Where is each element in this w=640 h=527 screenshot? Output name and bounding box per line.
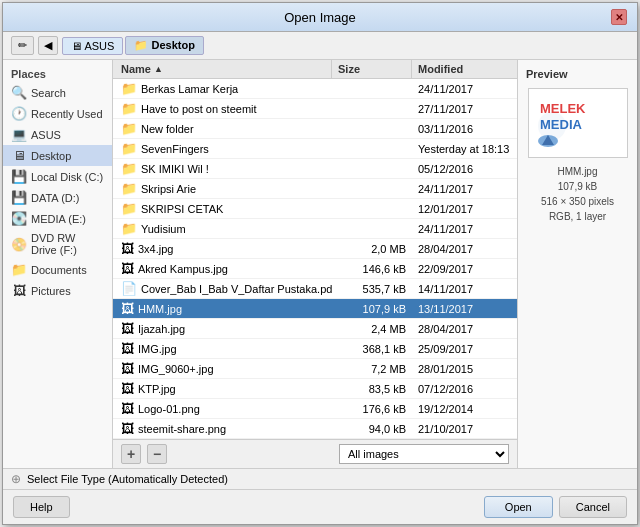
sidebar-item-label: Local Disk (C:) — [31, 171, 103, 183]
sidebar-item-documents[interactable]: 📁 Documents — [3, 259, 112, 280]
sort-arrow-icon: ▲ — [154, 64, 163, 74]
desktop-icon: 🖥 — [11, 148, 27, 163]
search-icon: 🔍 — [11, 85, 27, 100]
table-row[interactable]: 🖼3x4.jpg 2,0 MB 28/04/2017 — [113, 239, 517, 259]
sidebar-item-media-e[interactable]: 💽 MEDIA (E:) — [3, 208, 112, 229]
folder-icon: 📁 — [121, 181, 137, 196]
folder-icon: 📁 — [121, 201, 137, 216]
image-icon: 🖼 — [121, 241, 134, 256]
preview-svg: MELEK MEDIA — [530, 91, 626, 155]
preview-filename: HMM.jpg — [541, 164, 614, 179]
open-button[interactable]: Open — [484, 496, 553, 518]
nav-back-button[interactable]: ◀ — [38, 36, 58, 55]
pencil-button[interactable]: ✏ — [11, 36, 34, 55]
sidebar-item-label: ASUS — [31, 129, 61, 141]
sidebar-item-label: MEDIA (E:) — [31, 213, 86, 225]
breadcrumb: 🖥 ASUS 📁 Desktop — [62, 36, 629, 55]
close-button[interactable]: ✕ — [611, 9, 627, 25]
breadcrumb-desktop[interactable]: 📁 Desktop — [125, 36, 203, 55]
image-icon: 🖼 — [121, 381, 134, 396]
dvd-rw-icon: 📀 — [11, 237, 27, 252]
sidebar-item-dvd-rw-f[interactable]: 📀 DVD RW Drive (F:) — [3, 229, 112, 259]
table-row[interactable]: 🖼KTP.jpg 83,5 kB 07/12/2016 — [113, 379, 517, 399]
sidebar-item-search[interactable]: 🔍 Search — [3, 82, 112, 103]
help-button[interactable]: Help — [13, 496, 70, 518]
table-row[interactable]: 📁New folder 03/11/2016 — [113, 119, 517, 139]
main-content: Places 🔍 Search 🕐 Recently Used 💻 ASUS 🖥… — [3, 60, 637, 468]
preview-title: Preview — [526, 68, 568, 80]
preview-panel: Preview MELEK MEDIA — [517, 60, 637, 468]
column-header-size[interactable]: Size — [332, 60, 412, 78]
table-row[interactable]: 🖼Logo-01.png 176,6 kB 19/12/2014 — [113, 399, 517, 419]
table-row[interactable]: 📁Berkas Lamar Kerja 24/11/2017 — [113, 79, 517, 99]
table-row-selected[interactable]: 🖼HMM.jpg 107,9 kB 13/11/2017 — [113, 299, 517, 319]
sidebar-item-local-disk-c[interactable]: 💾 Local Disk (C:) — [3, 166, 112, 187]
breadcrumb-asus[interactable]: 🖥 ASUS — [62, 37, 123, 55]
folder-icon: 📁 — [121, 121, 137, 136]
preview-logo: MELEK MEDIA — [529, 89, 627, 157]
documents-icon: 📁 — [11, 262, 27, 277]
file-list-header: Name ▲ Size Modified — [113, 60, 517, 79]
folder-icon: 📁 — [121, 141, 137, 156]
table-row[interactable]: 📁Have to post on steemit 27/11/2017 — [113, 99, 517, 119]
add-button[interactable]: + — [121, 444, 141, 464]
image-icon: 🖼 — [121, 421, 134, 436]
svg-text:MELEK: MELEK — [540, 101, 586, 116]
table-row[interactable]: 🖼steemit-share.png 94,0 kB 21/10/2017 — [113, 419, 517, 439]
table-row[interactable]: 🖼IMG.jpg 368,1 kB 25/09/2017 — [113, 339, 517, 359]
table-row[interactable]: 📁SK IMIKI Wil ! 05/12/2016 — [113, 159, 517, 179]
file-list: Name ▲ Size Modified 📁Berkas Lamar Kerja… — [113, 60, 517, 439]
table-row[interactable]: 📄Cover_Bab I_Bab V_Daftar Pustaka.pdf 53… — [113, 279, 517, 299]
folder-icon: 📁 — [121, 81, 137, 96]
folder-icon: 📁 — [121, 221, 137, 236]
table-row[interactable]: 📁SevenFingers Yesterday at 18:13 — [113, 139, 517, 159]
sidebar-item-label: Desktop — [31, 150, 71, 162]
folder-icon: 📁 — [134, 39, 148, 51]
filetype-bar: ⊕ Select File Type (Automatically Detect… — [3, 468, 637, 489]
preview-filesize: 107,9 kB — [541, 179, 614, 194]
table-row[interactable]: 🖼IMG_9060+.jpg 7,2 MB 28/01/2015 — [113, 359, 517, 379]
bottom-bar: + − All images JPEG PNG GIF BMP TIFF All… — [113, 439, 517, 468]
sidebar-item-label: DVD RW Drive (F:) — [31, 232, 104, 256]
cancel-button[interactable]: Cancel — [559, 496, 627, 518]
folder-icon: 📁 — [121, 101, 137, 116]
local-disk-icon: 💾 — [11, 169, 27, 184]
file-panel: Name ▲ Size Modified 📁Berkas Lamar Kerja… — [113, 60, 517, 468]
sidebar-item-asus[interactable]: 💻 ASUS — [3, 124, 112, 145]
open-image-dialog: Open Image ✕ ✏ ◀ 🖥 ASUS 📁 Desktop Places… — [2, 2, 638, 525]
data-d-icon: 💾 — [11, 190, 27, 205]
svg-text:MEDIA: MEDIA — [540, 117, 583, 132]
action-buttons: Open Cancel — [484, 496, 627, 518]
table-row[interactable]: 📁SKRIPSI CETAK 12/01/2017 — [113, 199, 517, 219]
sidebar-item-data-d[interactable]: 💾 DATA (D:) — [3, 187, 112, 208]
pdf-icon: 📄 — [121, 281, 137, 296]
action-bar: Help Open Cancel — [3, 489, 637, 524]
table-row[interactable]: 📁Skripsi Arie 24/11/2017 — [113, 179, 517, 199]
sidebar-item-label: Documents — [31, 264, 87, 276]
column-header-name[interactable]: Name ▲ — [113, 60, 332, 78]
file-type-filter[interactable]: All images JPEG PNG GIF BMP TIFF All fil… — [339, 444, 509, 464]
folder-icon: 📁 — [121, 161, 137, 176]
preview-color-mode: RGB, 1 layer — [541, 209, 614, 224]
pictures-icon: 🖼 — [11, 283, 27, 298]
remove-button[interactable]: − — [147, 444, 167, 464]
sidebar-item-pictures[interactable]: 🖼 Pictures — [3, 280, 112, 301]
title-bar: Open Image ✕ — [3, 3, 637, 32]
toolbar: ✏ ◀ 🖥 ASUS 📁 Desktop — [3, 32, 637, 60]
column-header-modified[interactable]: Modified — [412, 60, 517, 78]
sidebar-item-label: Pictures — [31, 285, 71, 297]
table-row[interactable]: 📁Yudisium 24/11/2017 — [113, 219, 517, 239]
image-icon: 🖼 — [121, 401, 134, 416]
image-icon: 🖼 — [121, 361, 134, 376]
sidebar: Places 🔍 Search 🕐 Recently Used 💻 ASUS 🖥… — [3, 60, 113, 468]
filetype-icon: ⊕ — [11, 472, 21, 486]
image-icon: 🖼 — [121, 341, 134, 356]
preview-image-box: MELEK MEDIA — [528, 88, 628, 158]
table-row[interactable]: 🖼Akred Kampus.jpg 146,6 kB 22/09/2017 — [113, 259, 517, 279]
filetype-label: Select File Type (Automatically Detected… — [27, 473, 228, 485]
sidebar-item-desktop[interactable]: 🖥 Desktop — [3, 145, 112, 166]
dialog-title: Open Image — [29, 10, 611, 25]
sidebar-item-recently-used[interactable]: 🕐 Recently Used — [3, 103, 112, 124]
table-row[interactable]: 🖼Ijazah.jpg 2,4 MB 28/04/2017 — [113, 319, 517, 339]
media-e-icon: 💽 — [11, 211, 27, 226]
